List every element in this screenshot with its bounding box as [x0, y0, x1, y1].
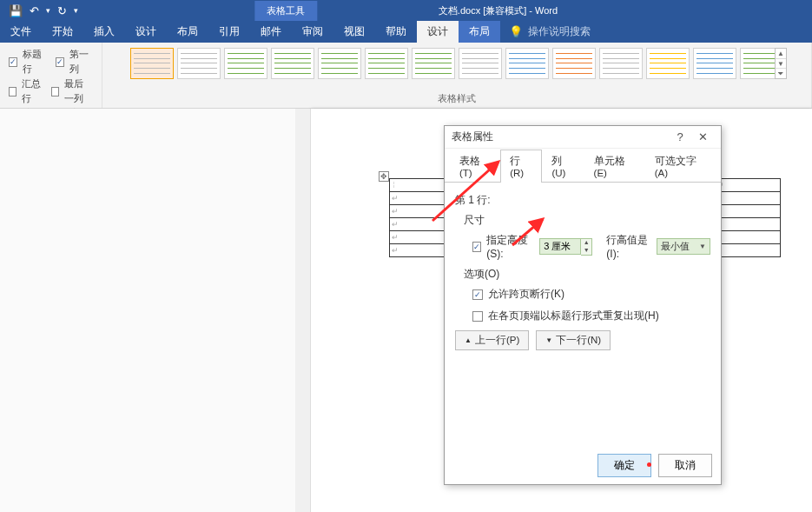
- triangle-up-icon: ▲: [465, 336, 472, 344]
- label-header-row: 标题行: [23, 47, 47, 76]
- quick-access-toolbar: 💾 ↶ ▾ ↻ ▾: [0, 4, 87, 17]
- table-styles-gallery[interactable]: ▲ ▼ ⏷: [125, 44, 789, 92]
- style-thumb-3[interactable]: [224, 48, 267, 79]
- gallery-down-icon[interactable]: ▼: [776, 59, 786, 70]
- tab-mailings[interactable]: 邮件: [250, 21, 292, 43]
- ribbon-body: 标题行 第一列 汇总行 最后一列 镶边行 镶边列 表格样式选项: [0, 43, 812, 109]
- options-section-label: 选项(O): [464, 267, 710, 282]
- height-spinner[interactable]: ▲ ▼: [539, 238, 592, 256]
- cancel-button[interactable]: 取消: [658, 454, 712, 477]
- dialog-titlebar[interactable]: 表格属性 ? ✕: [445, 126, 721, 149]
- next-row-button[interactable]: ▼ 下一行(N): [536, 330, 611, 350]
- chevron-down-icon: ▼: [699, 243, 706, 250]
- tab-insert[interactable]: 插入: [83, 21, 125, 43]
- lightbulb-icon: 💡: [509, 25, 523, 38]
- dialog-tab-column[interactable]: 列(U): [542, 150, 584, 183]
- group-label-table-styles: 表格样式: [438, 92, 476, 106]
- size-section-label: 尺寸: [464, 213, 710, 228]
- tab-view[interactable]: 视图: [333, 21, 375, 43]
- table-properties-dialog: 表格属性 ? ✕ 表格(T) 行(R) 列(U) 单元格(E) 可选文字(A) …: [444, 125, 722, 485]
- row-indicator-label: 第 1 行:: [455, 193, 710, 208]
- ok-button[interactable]: 确定: [597, 454, 651, 477]
- undo-more-icon[interactable]: ▾: [46, 6, 50, 15]
- row-height-type-combo[interactable]: 最小值 ▼: [657, 238, 710, 255]
- redo-icon[interactable]: ↻: [57, 4, 67, 17]
- tell-me-search[interactable]: 💡 操作说明搜索: [500, 21, 599, 43]
- style-thumb-1[interactable]: [130, 48, 174, 79]
- triangle-down-icon: ▼: [545, 336, 552, 344]
- label-row-height-is: 行高值是(I):: [606, 233, 650, 260]
- save-icon[interactable]: 💾: [9, 4, 23, 17]
- dialog-title-text: 表格属性: [452, 130, 493, 144]
- style-thumb-6[interactable]: [365, 48, 408, 79]
- style-thumb-9[interactable]: [505, 48, 549, 79]
- title-bar: 💾 ↶ ▾ ↻ ▾ 表格工具 文档.docx [兼容模式] - Word: [0, 0, 812, 21]
- label-allow-break: 允许跨页断行(K): [488, 287, 564, 302]
- checkbox-total-row[interactable]: [9, 87, 17, 96]
- style-thumb-13[interactable]: [693, 48, 736, 79]
- vertical-ruler: [295, 109, 311, 512]
- table-tools-context-tab: 表格工具: [254, 1, 317, 21]
- spin-down-icon[interactable]: ▼: [581, 247, 591, 255]
- label-repeat-header: 在各页顶端以标题行形式重复出现(H): [488, 309, 659, 323]
- style-thumb-7[interactable]: [412, 48, 455, 79]
- tab-review[interactable]: 审阅: [292, 21, 333, 43]
- group-table-style-options: 标题行 第一列 汇总行 最后一列 镶边行 镶边列 表格样式选项: [0, 43, 102, 108]
- dialog-close-button[interactable]: ✕: [691, 130, 714, 143]
- spin-up-icon[interactable]: ▲: [581, 239, 591, 247]
- label-specify-height: 指定高度(S):: [486, 233, 534, 260]
- dialog-tabs: 表格(T) 行(R) 列(U) 单元格(E) 可选文字(A): [445, 149, 721, 183]
- tab-file[interactable]: 文件: [0, 21, 42, 43]
- dialog-tab-cell[interactable]: 单元格(E): [584, 150, 645, 183]
- gallery-expand-icon[interactable]: ⏷: [776, 69, 786, 78]
- label-last-col: 最后一列: [64, 76, 93, 106]
- tab-table-design[interactable]: 设计: [417, 21, 459, 43]
- checkbox-last-col[interactable]: [51, 87, 59, 96]
- label-first-col: 第一列: [69, 47, 94, 76]
- annotation-dot: [647, 462, 651, 467]
- gallery-more-button[interactable]: ▲ ▼ ⏷: [775, 48, 787, 79]
- prev-row-label: 上一行(P): [475, 334, 519, 347]
- table-move-handle[interactable]: ✥: [379, 171, 389, 182]
- checkbox-header-row[interactable]: [9, 57, 17, 67]
- style-thumb-11[interactable]: [599, 48, 643, 79]
- style-thumb-12[interactable]: [646, 48, 690, 79]
- dialog-tab-row[interactable]: 行(R): [500, 150, 542, 183]
- qat-customize-icon[interactable]: ▾: [74, 6, 78, 15]
- dialog-tab-table[interactable]: 表格(T): [450, 150, 500, 183]
- dialog-tab-alt[interactable]: 可选文字(A): [645, 150, 716, 183]
- checkbox-specify-height[interactable]: [472, 242, 481, 252]
- prev-row-button[interactable]: ▲ 上一行(P): [455, 330, 529, 350]
- height-input[interactable]: [539, 238, 581, 255]
- tell-me-label: 操作说明搜索: [528, 24, 591, 39]
- style-thumb-2[interactable]: [177, 48, 221, 79]
- dialog-body: 第 1 行: 尺寸 指定高度(S): ▲ ▼ 行高值是(I): 最小值 ▼ 选项…: [445, 183, 721, 447]
- next-row-label: 下一行(N): [556, 334, 601, 347]
- document-title: 文档.docx [兼容模式] - Word: [439, 4, 558, 17]
- gallery-up-icon[interactable]: ▲: [776, 49, 786, 59]
- dialog-help-button[interactable]: ?: [669, 130, 691, 143]
- style-thumb-4[interactable]: [271, 48, 314, 79]
- tab-home[interactable]: 开始: [42, 21, 83, 43]
- checkbox-first-col[interactable]: [56, 57, 64, 67]
- group-table-styles: ▲ ▼ ⏷ 表格样式: [102, 43, 812, 108]
- style-thumb-5[interactable]: [318, 48, 361, 79]
- tab-design-doc[interactable]: 设计: [125, 21, 167, 43]
- checkbox-allow-break[interactable]: [472, 289, 483, 300]
- tab-layout-doc[interactable]: 布局: [167, 21, 208, 43]
- tab-references[interactable]: 引用: [208, 21, 250, 43]
- dialog-footer: 确定 取消: [445, 447, 721, 484]
- undo-icon[interactable]: ↶: [30, 4, 39, 17]
- tab-table-layout[interactable]: 布局: [459, 21, 500, 43]
- ribbon-tabs: 文件 开始 插入 设计 布局 引用 邮件 审阅 视图 帮助 设计 布局 💡 操作…: [0, 21, 812, 43]
- checkbox-repeat-header[interactable]: [472, 311, 483, 322]
- tab-help[interactable]: 帮助: [375, 21, 417, 43]
- combo-value: 最小值: [661, 240, 690, 253]
- style-thumb-10[interactable]: [552, 48, 596, 79]
- label-total-row: 汇总行: [22, 76, 43, 106]
- style-thumb-8[interactable]: [459, 48, 502, 79]
